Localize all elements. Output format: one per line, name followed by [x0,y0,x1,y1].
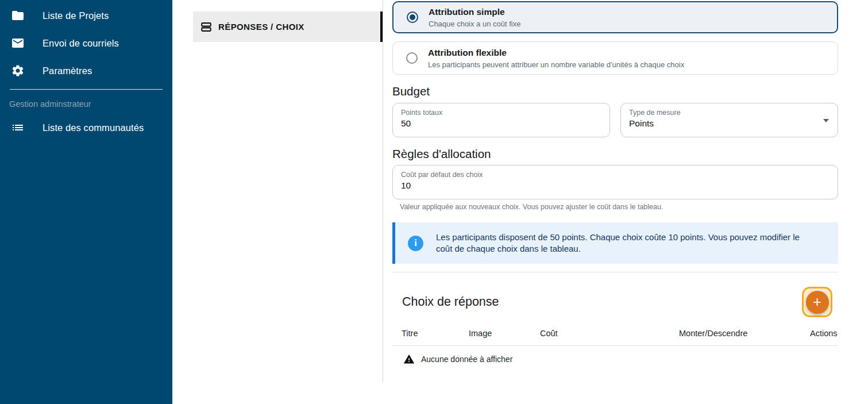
radio-checked-icon[interactable] [407,11,418,23]
add-choice-button[interactable]: + [802,287,832,317]
default-cost-input[interactable] [401,180,786,191]
default-cost-field[interactable]: Coût par défaut des choix [392,165,838,199]
sidebar: Liste de Projets Envoi de courriels Para… [0,0,172,404]
folder-icon [11,9,25,22]
default-cost-label: Coût par défaut des choix [401,171,830,179]
mail-icon [11,36,25,50]
info-alert-text: Les participants disposent de 50 points.… [436,232,815,255]
sidebar-item-settings[interactable]: Paramètres [0,57,172,84]
budget-heading: Budget [392,84,838,98]
plus-icon: + [806,291,829,314]
main-content: Attribution simple Chaque choix a un coû… [392,0,838,365]
option-attribution-flexible[interactable]: Attribution flexible Les participants pe… [392,41,838,75]
option-attribution-simple[interactable]: Attribution simple Chaque choix a un coû… [392,1,838,33]
sidebar-item-projects[interactable]: Liste de Projets [0,2,172,29]
list-icon [11,121,25,134]
app-root: Liste de Projets Envoi de courriels Para… [0,0,868,404]
sidebar-item-label: Envoi de courriels [43,38,119,49]
column-header-cout: Coût [540,329,679,338]
option-title: Attribution flexible [428,47,684,58]
sidebar-divider [10,89,163,90]
points-total-label: Points totaux [401,109,601,117]
allocation-heading: Règles d'allocation [392,147,838,161]
sidebar-item-emails[interactable]: Envoi de courriels [0,29,172,57]
info-alert: i Les participants disposent de 50 point… [392,222,838,264]
tab-reponses-choix[interactable]: RÉPONSES / CHOIX [193,11,383,42]
measure-type-label: Type de mesure [629,109,830,117]
sidebar-item-label: Liste de Projets [43,10,109,21]
measure-type-select[interactable]: Type de mesure Points [620,103,838,137]
measure-type-value: Points [629,118,830,129]
points-total-field[interactable]: Points totaux [392,103,610,137]
default-cost-helper-text: Valeur appliquée aux nouveaux choix. Vou… [392,203,838,211]
choices-heading: Choix de réponse [402,295,499,309]
column-header-image: Image [469,329,540,338]
empty-state-row: Aucune donnée à afficher [392,346,838,365]
points-total-input[interactable] [401,118,581,129]
option-description: Chaque choix a un coût fixe [429,20,520,28]
column-header-monter-descendre: Monter/Descendre [679,329,810,338]
section-divider [392,272,838,272]
content-divider-vertical [383,0,383,383]
sidebar-item-label: Liste des communautés [43,122,144,133]
option-description: Les participants peuvent attribuer un no… [428,60,684,69]
column-header-actions: Actions [810,329,838,338]
info-icon: i [408,236,423,251]
chevron-down-icon[interactable] [823,119,829,122]
sidebar-section-label: Gestion adminstrateur [9,99,172,109]
table-rows-icon [200,21,213,33]
gear-icon [11,64,25,78]
warning-icon [403,353,415,365]
option-title: Attribution simple [429,6,520,17]
radio-unchecked-icon[interactable] [406,52,418,64]
sidebar-item-communities[interactable]: Liste des communautés [0,114,172,141]
sidebar-item-label: Paramètres [43,66,92,76]
choices-table-header: Titre Image Coût Monter/Descendre Action… [392,317,838,346]
empty-state-text: Aucune donnée à afficher [421,355,512,364]
tab-label: RÉPONSES / CHOIX [218,22,304,32]
column-header-titre: Titre [402,329,469,338]
